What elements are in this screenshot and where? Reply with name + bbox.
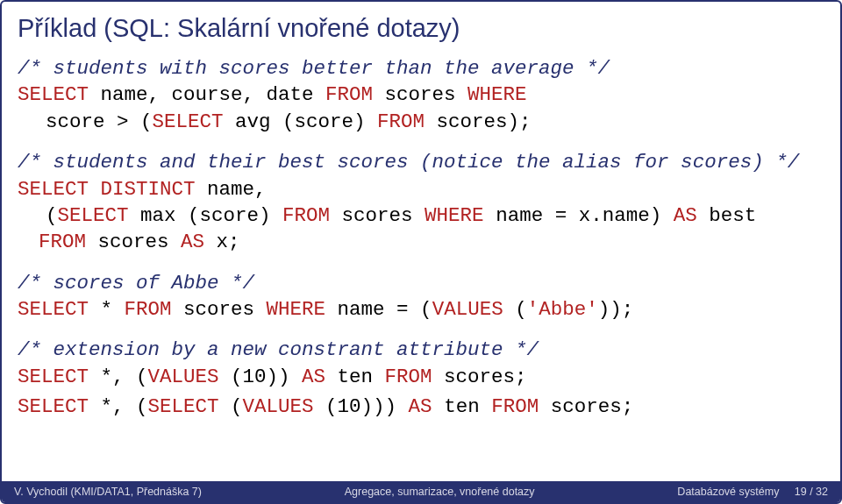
slide-title: Příklad (SQL: Skalární vnořené dotazy) (18, 14, 824, 43)
footer-course-label: Databázové systémy (677, 486, 779, 498)
code-line-4: (SELECT max (score) FROM scores WHERE na… (18, 202, 824, 229)
slide-footer: V. Vychodil (KMI/DATA1, Přednáška 7) Agr… (2, 481, 840, 502)
code-line-2: score > (SELECT avg (score) FROM scores)… (18, 109, 824, 135)
code-group-4: /* extension by a new constrant attribut… (18, 337, 824, 390)
footer-title: Agregace, sumarizace, vnořené dotazy (202, 486, 677, 498)
code-line-6: SELECT * FROM scores WHERE name = (VALUE… (18, 296, 824, 323)
footer-right: Databázové systémy 19 / 32 (677, 486, 828, 498)
footer-author: V. Vychodil (KMI/DATA1, Přednáška 7) (14, 486, 202, 498)
code-line-7: SELECT *, (VALUES (10)) AS ten FROM scor… (18, 364, 824, 390)
code-line-8: SELECT *, (SELECT (VALUES (10))) AS ten … (18, 394, 824, 420)
code-group-1: /* students with scores better than the … (18, 55, 824, 135)
code-comment-3: /* scores of Abbe */ (18, 270, 824, 296)
code-line-5: FROM scores AS x; (18, 229, 824, 255)
code-group-2: /* students and their best scores (notic… (18, 149, 824, 256)
slide-frame: Příklad (SQL: Skalární vnořené dotazy) /… (0, 0, 842, 504)
footer-page-number: 19 / 32 (795, 486, 828, 498)
code-comment-1: /* students with scores better than the … (18, 55, 824, 82)
code-line-3: SELECT DISTINCT name, (18, 176, 824, 202)
code-group-3: /* scores of Abbe */ SELECT * FROM score… (18, 270, 824, 323)
code-line-1: SELECT name, course, date FROM scores WH… (18, 82, 824, 108)
code-comment-4: /* extension by a new constrant attribut… (18, 337, 824, 363)
code-block: /* students with scores better than the … (18, 55, 824, 421)
code-comment-2: /* students and their best scores (notic… (18, 149, 824, 175)
code-group-5: SELECT *, (SELECT (VALUES (10))) AS ten … (18, 394, 824, 420)
